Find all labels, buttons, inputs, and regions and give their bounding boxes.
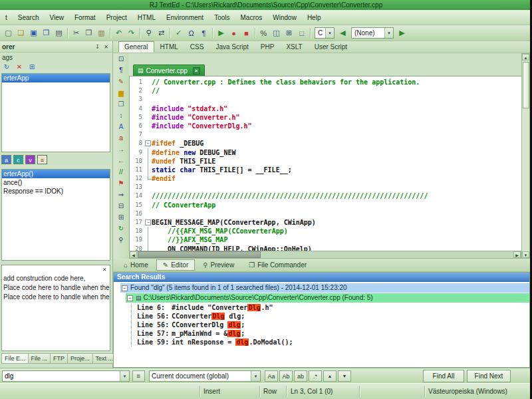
menu-item-t[interactable]: t [0,12,13,23]
menu-item-help[interactable]: Help [302,12,327,23]
sidebar-tab-file[interactable]: File ... [29,353,51,364]
menu-item-view[interactable]: View [44,12,69,23]
search-scope-combo[interactable]: Current document (global) ▾ [149,370,261,382]
filetype-tab-user-script[interactable]: User Script [309,41,353,53]
filetype-tab-java-script[interactable]: Java Script [209,41,254,53]
menu-item-window[interactable]: Window [267,12,302,23]
list-item[interactable]: Place code here to handle when the [3,293,108,302]
close-icon[interactable]: ✕ [100,266,108,274]
code-line[interactable]: 1// Converter.cpp : Defines the class be… [130,78,521,86]
menu-item-html[interactable]: HTML [132,12,161,23]
filter-chip[interactable]: ≡ [37,155,47,164]
redo-icon[interactable]: ↷ [125,27,138,39]
regex-button[interactable]: .* [309,370,322,382]
refresh-icon[interactable]: ↻ [1,63,12,72]
syntax-combo[interactable]: C▾ [315,27,334,39]
find-previous-icon-button[interactable]: ▲ [323,370,336,382]
find-icon[interactable]: ⚲ [142,27,155,39]
copy-icon[interactable]: ❐ [82,27,95,39]
filetype-tab-general[interactable]: General [118,41,154,53]
search-summary-row[interactable]: −Found "dlg" (5 items found in 1 of 1 se… [120,283,529,293]
code-line[interactable]: 16 [130,209,521,218]
menu-item-environment[interactable]: Environment [161,12,209,23]
code-line[interactable]: 18 //{{AFX_MSG_MAP(CConverterApp) [130,227,521,235]
fold-all-icon[interactable]: ⊟ [114,201,128,211]
show-symbols-icon[interactable]: ¶ [114,65,128,76]
close-icon[interactable]: ✕ [102,43,110,51]
filter-chip[interactable]: c [13,155,23,164]
unfold-all-icon[interactable]: ⊞ [114,212,128,223]
filetype-tab-css[interactable]: CSS [184,41,210,53]
view-tab-editor[interactable]: ✎Editor [156,259,196,271]
save-all-icon[interactable]: ❐ [40,27,53,39]
fold-icon[interactable]: − [144,139,152,148]
language-combo[interactable]: (None)▾ [351,27,394,39]
pilcrow-icon[interactable]: ¶ [198,27,210,39]
run-icon[interactable]: ▶ [215,27,227,39]
print-icon[interactable]: ▤ [53,27,65,39]
save-icon[interactable]: ▣ [27,27,40,39]
close-icon[interactable]: ✕ [193,67,200,74]
grid-view-icon[interactable]: ⊞ [283,27,295,39]
search-match-row[interactable]: Line 6:#include "ConverterDlg.h" [132,303,529,312]
code-line[interactable]: 6#include "ConverterDlg.h" [130,122,521,130]
comment-icon[interactable]: // [114,167,128,178]
sidebar-tab-file-e[interactable]: File E... [1,353,29,364]
code-line[interactable]: 2// [130,86,521,95]
duplicate-icon[interactable]: ❐ [114,99,128,110]
filter-chip[interactable]: v [25,155,35,164]
tab-converter-cpp[interactable]: ▤ Converter.cpp ✕ [133,65,205,76]
spellcheck-icon[interactable]: ✓ [172,27,185,39]
list-item[interactable]: add construction code here, [3,274,108,283]
code-line[interactable]: 5#include "Converter.h" [130,113,521,122]
uppercase-icon[interactable]: A [114,122,128,132]
horizontal-scrollbar[interactable]: ◀ ▶ [129,251,521,259]
record-icon[interactable]: ● [227,27,240,39]
open-file-icon[interactable]: ❏ [15,27,27,39]
scrollbar-thumb[interactable] [523,62,529,108]
window-view-icon[interactable]: □ [295,27,308,39]
scroll-right-icon[interactable]: ▶ [513,251,521,258]
search-match-row[interactable]: Line 56:CConverterDlg dlg; [132,312,529,321]
outdent-icon[interactable]: ← [114,156,128,166]
code-line[interactable]: 15// CConverterApp [130,201,521,209]
scroll-up-icon[interactable]: ▲ [522,54,529,61]
sidebar-tab-ftp[interactable]: FTP [51,353,68,364]
match-case-button[interactable]: Aa [265,370,278,382]
percent-icon[interactable]: % [257,27,270,39]
scroll-down-icon[interactable]: ▼ [522,251,529,258]
code-line[interactable]: 4#include "stdafx.h" [130,104,521,113]
lowercase-icon[interactable]: a [114,133,128,144]
code-editor[interactable]: 1// Converter.cpp : Defines the class be… [129,76,521,251]
replace-icon[interactable]: ⇄ [155,27,168,39]
collapse-icon[interactable]: − [127,295,133,301]
sidebar-tab-proje[interactable]: Proje... [68,353,93,364]
search-match-row[interactable]: Line 59:int nResponse = dlg.DoModal(); [132,338,529,346]
code-line[interactable]: 8−#ifdef _DEBUG [130,139,521,148]
chevron-down-icon[interactable]: ▾ [120,371,129,381]
filetype-tab-xslt[interactable]: XSLT [280,41,308,53]
browser-preview-icon[interactable]: ⊡ [114,54,128,65]
vertical-scrollbar[interactable]: ▲ ▼ [521,53,530,259]
search-options-icon[interactable]: ≡ [132,370,145,382]
whole-word-button[interactable]: Ab [279,370,293,382]
menu-item-macros[interactable]: Macros [235,12,268,23]
list-item[interactable]: Place code here to handle when the [3,283,108,293]
new-file-icon[interactable]: ▢ [2,27,15,39]
pin-icon[interactable]: ↧ [93,43,102,51]
paste-icon[interactable]: ▥ [95,27,108,39]
list-item[interactable]: erterApp() [2,170,110,178]
search-file-row[interactable]: −▤C:\Users\Rickard\Documents\Source\Cpp\… [126,293,529,303]
code-line[interactable]: 19 //}}AFX_MSG_MAP [130,235,521,244]
code-line[interactable]: 10#undef THIS_FILE [130,157,521,166]
undo-icon[interactable]: ↶ [112,27,125,39]
code-line[interactable]: 9#define new DEBUG_NEW [130,148,521,157]
find-next-icon-button[interactable]: ▼ [338,370,351,382]
edit-pencil-icon[interactable]: ✎ [114,76,128,87]
list-item[interactable]: Response == IDOK) [2,187,110,196]
zoom-icon[interactable]: ⚲ [114,235,128,245]
search-combo[interactable]: ▾ [2,370,130,382]
omega-icon[interactable]: Ω [185,27,198,39]
view-tab-file-commander[interactable]: ❐File Commander [242,259,313,271]
fold-icon[interactable]: − [144,218,152,227]
